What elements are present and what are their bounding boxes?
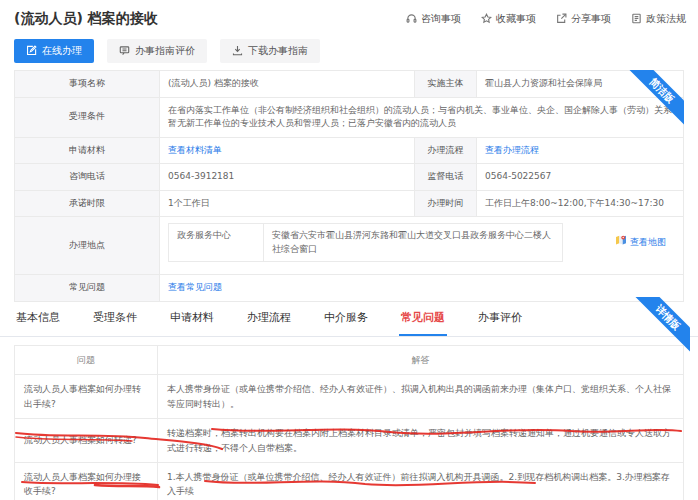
- service-guide-page: (流动人员) 档案的接收 咨询事项 收藏事项 分享事项 政策法规 在线办理 办事…: [0, 0, 698, 500]
- basic-info-table: 事项名称 (流动人员) 档案的接收 实施主体 霍山县人力资源和社会保障局 受理条…: [14, 70, 684, 302]
- policy-item-link[interactable]: 政策法规: [631, 12, 686, 26]
- headset-icon: [406, 13, 417, 26]
- guide-evaluate-label: 办事指南评价: [135, 44, 195, 58]
- page-title: (流动人员) 档案的接收: [14, 10, 158, 28]
- office-hours-value: 工作日上午8:00~12:00,下午14:30~17:30: [477, 190, 684, 217]
- tab-basic-info[interactable]: 基本信息: [14, 306, 62, 336]
- location-address: 安徽省六安市霍山县淠河东路和霍山大道交叉口县政务服务中心二楼人社综合窗口: [263, 223, 563, 262]
- table-row: 事项名称 (流动人员) 档案的接收 实施主体 霍山县人力资源和社会保障局: [15, 71, 684, 98]
- item-name-value: (流动人员) 档案的接收: [160, 71, 415, 98]
- faq-question: 流动人员人事档案如何转递?: [15, 419, 158, 463]
- action-buttons: 在线办理 办事指南评价 下载办事指南: [14, 39, 320, 63]
- favorite-item-label: 收藏事项: [496, 12, 536, 26]
- faq-row: 流动人员人事档案如何办理接收手续? 1.本人携带身份证（或单位携带介绍信、经办人…: [15, 462, 684, 500]
- item-name-label: 事项名称: [15, 71, 160, 98]
- process-view-link[interactable]: 查看办理流程: [485, 145, 539, 155]
- conditions-value: 在省内落实工作单位（非公有制经济组织和社会组织）的流动人员；与省内机关、事业单位…: [160, 97, 684, 137]
- faq-answer: 1.本人携带身份证（或单位携带介绍信、经办人有效证件）前往拟调入机构开具调函。2…: [158, 462, 684, 500]
- download-guide-button[interactable]: 下载办事指南: [220, 39, 320, 63]
- quick-links: 咨询事项 收藏事项 分享事项 政策法规: [406, 12, 686, 26]
- agency-label: 实施主体: [415, 71, 477, 98]
- table-row: 常见问题 查看常见问题: [15, 275, 684, 302]
- online-handle-label: 在线办理: [42, 44, 82, 58]
- faq-question: 流动人员人事档案如何办理转出手续?: [15, 375, 158, 419]
- materials-list-link[interactable]: 查看材料清单: [168, 145, 222, 155]
- time-limit-value: 1个工作日: [160, 190, 415, 217]
- detail-tab-bar: 基本信息 受理条件 申请材料 办理流程 中介服务 常见问题 办事评价: [0, 306, 698, 337]
- faq-view-link[interactable]: 查看常见问题: [168, 282, 222, 292]
- faq-answer: 转递档案时，档案转出机构要在档案内附上档案材料目录或清单，严密包封并填写档案转递…: [158, 419, 684, 463]
- tab-process[interactable]: 办理流程: [245, 306, 293, 336]
- conditions-label: 受理条件: [15, 97, 160, 137]
- faq-header-row: 问题 解答: [15, 346, 684, 375]
- online-handle-button[interactable]: 在线办理: [14, 39, 94, 63]
- document-icon: [631, 13, 642, 26]
- consult-phone-value: 0564-3912181: [160, 164, 415, 191]
- view-map-link[interactable]: 查看地图: [615, 223, 666, 262]
- tab-conditions[interactable]: 受理条件: [91, 306, 139, 336]
- star-icon: [481, 13, 492, 26]
- table-row: 咨询电话 0564-3912181 监督电话 0564-5022567: [15, 164, 684, 191]
- faq-row: 流动人员人事档案如何办理转出手续? 本人携带身份证（或单位携带介绍信、经办人有效…: [15, 375, 684, 419]
- view-map-label[interactable]: 查看地图: [630, 236, 666, 250]
- tab-evaluation[interactable]: 办事评价: [476, 306, 524, 336]
- supervise-phone-label: 监督电话: [415, 164, 477, 191]
- faq-table: 问题 解答 流动人员人事档案如何办理转出手续? 本人携带身份证（或单位携带介绍信…: [14, 345, 684, 500]
- map-icon: [615, 234, 627, 251]
- process-label: 办理流程: [415, 137, 477, 164]
- faq-question: 流动人员人事档案如何办理接收手续?: [15, 462, 158, 500]
- location-value: 政务服务中心 安徽省六安市霍山县淠河东路和霍山大道交叉口县政务服务中心二楼人社综…: [160, 217, 684, 275]
- consult-item-label: 咨询事项: [421, 12, 461, 26]
- materials-label: 申请材料: [15, 137, 160, 164]
- tab-faq[interactable]: 常见问题: [399, 306, 447, 336]
- table-row: 办理地点 政务服务中心 安徽省六安市霍山县淠河东路和霍山大道交叉口县政务服务中心…: [15, 217, 684, 275]
- location-center-name: 政务服务中心: [168, 223, 263, 262]
- consult-phone-label: 咨询电话: [15, 164, 160, 191]
- share-icon: [556, 13, 567, 26]
- agency-value: 霍山县人力资源和社会保障局: [477, 71, 684, 98]
- time-limit-label: 承诺时限: [15, 190, 160, 217]
- tab-materials[interactable]: 申请材料: [168, 306, 216, 336]
- guide-evaluate-button[interactable]: 办事指南评价: [107, 39, 207, 63]
- edit-icon: [26, 45, 37, 58]
- share-item-label: 分享事项: [571, 12, 611, 26]
- consult-item-link[interactable]: 咨询事项: [406, 12, 461, 26]
- office-hours-label: 办理时间: [415, 190, 477, 217]
- table-row: 申请材料 查看材料清单 办理流程 查看办理流程: [15, 137, 684, 164]
- table-row: 受理条件 在省内落实工作单位（非公有制经济组织和社会组织）的流动人员；与省内机关…: [15, 97, 684, 137]
- location-label: 办理地点: [15, 217, 160, 275]
- faq-answer: 本人携带身份证（或单位携带介绍信、经办人有效证件）、拟调入机构出具的调函前来办理…: [158, 375, 684, 419]
- share-item-link[interactable]: 分享事项: [556, 12, 611, 26]
- table-row: 承诺时限 1个工作日 办理时间 工作日上午8:00~12:00,下午14:30~…: [15, 190, 684, 217]
- supervise-phone-value: 0564-5022567: [477, 164, 684, 191]
- download-icon: [232, 45, 243, 58]
- faq-question-header: 问题: [15, 346, 158, 375]
- comment-icon: [119, 45, 130, 58]
- faq-label: 常见问题: [15, 275, 160, 302]
- download-guide-label: 下载办事指南: [248, 44, 308, 58]
- faq-row: 流动人员人事档案如何转递? 转递档案时，档案转出机构要在档案内附上档案材料目录或…: [15, 419, 684, 463]
- tab-agency-service[interactable]: 中介服务: [322, 306, 370, 336]
- favorite-item-link[interactable]: 收藏事项: [481, 12, 536, 26]
- faq-answer-header: 解答: [158, 346, 684, 375]
- policy-item-label: 政策法规: [646, 12, 686, 26]
